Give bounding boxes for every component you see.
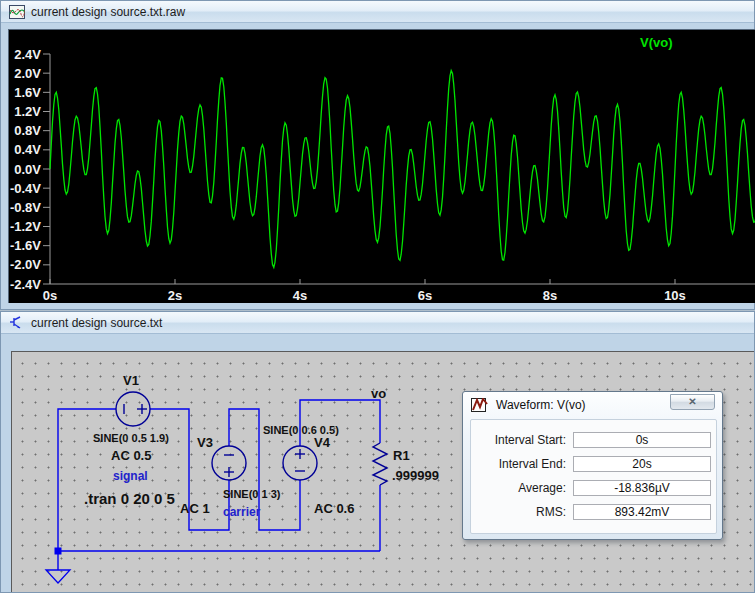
interval-start-value[interactable]: 0s <box>573 432 711 448</box>
svg-text:2s: 2s <box>168 288 182 303</box>
rms-value[interactable]: 893.42mV <box>573 504 711 520</box>
svg-text:2.0V: 2.0V <box>14 66 41 81</box>
average-value[interactable]: -18.836µV <box>573 480 711 496</box>
ltspice-workspace: current design source.txt.raw 2.4V2.0V1.… <box>0 0 755 593</box>
interval-end-value[interactable]: 20s <box>573 456 711 472</box>
svg-text:1.2V: 1.2V <box>14 104 41 119</box>
svg-text:0.0V: 0.0V <box>14 162 41 177</box>
schematic-window-titlebar[interactable]: current design source.txt <box>1 312 754 334</box>
ltspice-icon <box>471 398 488 413</box>
interval-end-label: Interval End: <box>471 456 566 472</box>
svg-text:-1.2V: -1.2V <box>10 219 41 234</box>
v3-net-label[interactable]: carrier <box>223 506 260 518</box>
waveform-window-titlebar[interactable]: current design source.txt.raw <box>1 1 754 23</box>
svg-text:2.4V: 2.4V <box>14 47 41 62</box>
wire-vo-rail[interactable] <box>300 400 380 446</box>
svg-text:0.8V: 0.8V <box>14 123 41 138</box>
svg-text:-2.4V: -2.4V <box>10 277 41 292</box>
svg-text:0s: 0s <box>43 288 57 303</box>
schematic-file-icon <box>9 315 25 331</box>
close-icon: ✕ <box>688 396 696 407</box>
v3-ac-label[interactable]: AC 1 <box>180 502 210 515</box>
svg-text:1.6V: 1.6V <box>14 85 41 100</box>
waveform-plot-pane[interactable]: 2.4V2.0V1.6V1.2V0.8V0.4V0.0V-0.4V-0.8V-1… <box>8 29 755 303</box>
svg-text:-2.0V: -2.0V <box>10 257 41 272</box>
v3-value-label[interactable]: SINE(0 1 3) <box>223 489 280 500</box>
v4-symbol[interactable] <box>283 446 317 480</box>
dialog-close-button[interactable]: ✕ <box>670 394 715 410</box>
waveform-legend[interactable]: V(vo) <box>640 35 673 50</box>
average-label: Average: <box>471 480 566 496</box>
dialog-title: Waveform: V(vo) <box>496 398 586 412</box>
node-vo-label[interactable]: vo <box>371 387 386 400</box>
svg-text:10s: 10s <box>664 288 686 303</box>
v4-ac-label[interactable]: AC 0.6 <box>314 502 354 515</box>
dialog-titlebar[interactable]: Waveform: V(vo) ✕ <box>463 392 722 418</box>
svg-text:-0.8V: -0.8V <box>10 200 41 215</box>
v1-net-label[interactable]: signal <box>113 470 148 482</box>
v3-name-label[interactable]: V3 <box>197 436 213 449</box>
svg-text:6s: 6s <box>418 288 432 303</box>
svg-text:-0.4V: -0.4V <box>10 181 41 196</box>
r1-value-label[interactable]: .999999 <box>392 469 439 482</box>
v1-name-label[interactable]: V1 <box>123 374 139 387</box>
rms-label: RMS: <box>471 504 566 520</box>
v3-symbol[interactable] <box>212 446 246 480</box>
waveform-stats-dialog: Waveform: V(vo) ✕ Interval Start: 0s Int… <box>462 391 723 540</box>
tran-directive-label[interactable]: .tran 0 20 0 5 <box>84 491 175 506</box>
svg-text:4s: 4s <box>293 288 307 303</box>
waveform-chart-svg: 2.4V2.0V1.6V1.2V0.8V0.4V0.0V-0.4V-0.8V-1… <box>9 30 755 304</box>
waveform-window-title: current design source.txt.raw <box>31 5 185 19</box>
v4-name-label[interactable]: V4 <box>314 436 330 449</box>
r1-symbol[interactable] <box>373 443 387 485</box>
junction-dot <box>55 548 62 555</box>
r1-name-label[interactable]: R1 <box>393 449 410 462</box>
v1-ac-label[interactable]: AC 0.5 <box>111 449 151 462</box>
interval-start-label: Interval Start: <box>471 432 566 448</box>
v1-value-label[interactable]: SINE(0 0.5 1.9) <box>93 433 169 444</box>
schematic-window-title: current design source.txt <box>31 316 162 330</box>
svg-text:-1.6V: -1.6V <box>10 238 41 253</box>
waveform-file-icon <box>9 4 25 20</box>
svg-text:0.4V: 0.4V <box>14 142 41 157</box>
ground-symbol[interactable] <box>46 570 70 583</box>
waveform-window: current design source.txt.raw 2.4V2.0V1.… <box>0 0 755 310</box>
svg-text:8s: 8s <box>543 288 557 303</box>
v1-symbol[interactable] <box>116 392 150 426</box>
